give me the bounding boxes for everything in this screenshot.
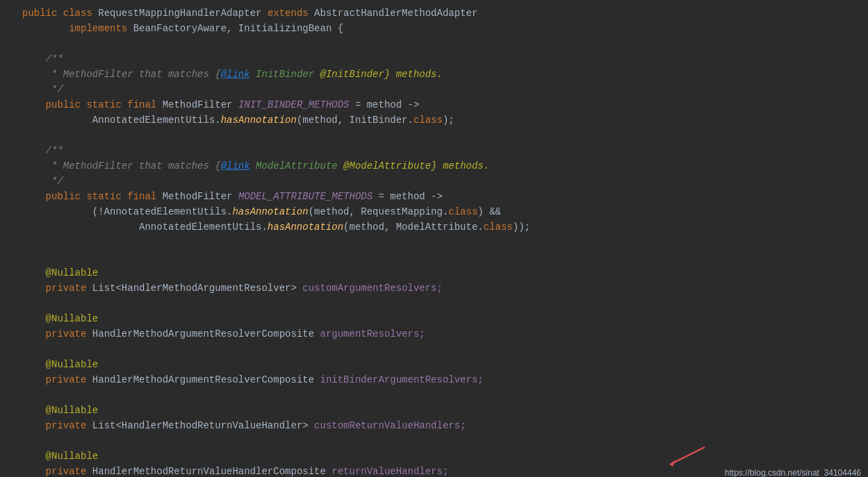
code-token: /**: [22, 53, 63, 65]
code-token: RequestMappingHandlerAdapter: [98, 8, 268, 19]
code-token: initBinderArgumentResolvers;: [320, 374, 483, 385]
svg-line-0: [670, 447, 705, 465]
line-content: AnnotatedElementUtils.hasAnnotation(meth…: [14, 221, 868, 233]
code-token: private: [46, 328, 92, 340]
line-content: * MethodFilter that matches {@link InitB…: [14, 69, 868, 80]
code-token: hasAnnotation: [268, 221, 343, 233]
line-content: public static final MethodFilter MODEL_A…: [14, 191, 868, 202]
line-content: (!AnnotatedElementUtils.hasAnnotation(me…: [14, 206, 868, 217]
code-line: [0, 389, 868, 404]
code-viewer: public class RequestMappingHandlerAdapte…: [0, 0, 868, 477]
line-content: AnnotatedElementUtils.hasAnnotation(meth…: [14, 115, 868, 126]
code-token: class: [413, 115, 443, 126]
code-token: ) &&: [477, 206, 501, 217]
watermark-text: https://blog.csdn.net/sinat_34104446: [725, 468, 861, 477]
code-token: BeanFactoryAware, InitializingBean {: [133, 23, 343, 34]
code-line: [0, 236, 868, 251]
code-token: final: [127, 99, 162, 110]
code-token: matches {: [163, 160, 221, 171]
code-token: implements: [69, 23, 133, 34]
code-token: [22, 374, 46, 385]
code-token: customArgumentResolvers;: [302, 283, 443, 294]
code-token: List<HandlerMethodReturnValueHandler>: [92, 420, 314, 431]
code-token: hasAnnotation: [221, 115, 297, 126]
code-line: * MethodFilter that matches {@link InitB…: [0, 68, 868, 83]
code-token: that: [139, 160, 163, 171]
line-content: private List<HandlerMethodArgumentResolv…: [14, 283, 868, 294]
code-token: HandlerMethodArgumentResolverComposite: [92, 328, 320, 340]
line-content: [14, 390, 868, 401]
code-line: private HandlerMethodArgumentResolverCom…: [0, 374, 868, 389]
code-token: [22, 115, 92, 126]
line-content: private HandlerMethodArgumentResolverCom…: [14, 374, 868, 385]
code-line: /**: [0, 144, 868, 160]
code-token: [22, 191, 46, 202]
code-line: private List<HandlerMethodArgumentResolv…: [0, 282, 868, 297]
code-token: @InitBinder} methods.: [314, 69, 443, 80]
code-token: InitBinder: [250, 69, 314, 80]
code-line: * MethodFilter that matches {@link Model…: [0, 160, 868, 175]
code-line: private HandlerMethodArgumentResolverCom…: [0, 328, 868, 343]
code-token: [22, 420, 46, 431]
line-content: private HandlerMethodArgumentResolverCom…: [14, 328, 868, 340]
code-line: @Nullable: [0, 358, 868, 374]
arrow-annotation: [663, 440, 719, 468]
code-line: AnnotatedElementUtils.hasAnnotation(meth…: [0, 221, 868, 236]
code-token: static: [86, 191, 127, 202]
line-content: * MethodFilter that matches {@link Model…: [14, 160, 868, 171]
code-token: AnnotatedElementUtils.: [22, 221, 268, 233]
code-token: INIT_BINDER_METHODS: [238, 99, 350, 110]
code-token: [22, 466, 46, 477]
code-token: extends: [268, 8, 314, 19]
code-token: HandlerMethodReturnValueHandlerComposite: [92, 466, 331, 477]
line-content: */: [14, 84, 868, 95]
code-token: private: [46, 283, 92, 294]
line-content: @Nullable: [14, 359, 868, 370]
code-line: [0, 251, 868, 267]
code-token: @link: [221, 160, 250, 171]
code-token: (method, ModelAttribute.: [343, 221, 484, 233]
line-content: */: [14, 176, 868, 187]
code-token: (method, InitBinder.: [297, 115, 413, 126]
code-token: AnnotatedElementUtils.: [92, 115, 221, 126]
code-token: ModelAttribute: [250, 160, 338, 171]
line-content: [14, 435, 868, 446]
line-content: @Nullable: [14, 405, 868, 416]
line-content: [14, 38, 868, 49]
code-token: matches {: [163, 69, 221, 80]
code-line: public static final MethodFilter MODEL_A…: [0, 190, 868, 206]
code-token: private: [46, 374, 92, 385]
code-line: AnnotatedElementUtils.hasAnnotation(meth…: [0, 114, 868, 129]
code-token: */: [22, 176, 63, 187]
code-token: customReturnValueHandlers;: [314, 420, 466, 431]
code-token: );: [443, 115, 455, 126]
code-token: MethodFilter: [163, 191, 238, 202]
svg-marker-1: [670, 460, 675, 467]
code-token: [22, 23, 69, 34]
code-token: @Nullable: [22, 267, 98, 278]
code-token: final: [127, 191, 162, 202]
line-content: @Nullable: [14, 313, 868, 324]
code-token: public: [46, 99, 87, 110]
code-token: HandlerMethodArgumentResolverComposite: [92, 374, 320, 385]
code-token: private: [46, 420, 92, 431]
code-line: implements BeanFactoryAware, Initializin…: [0, 22, 868, 37]
code-token: hasAnnotation: [232, 206, 308, 217]
line-content: @Nullable: [14, 267, 868, 278]
line-content: [14, 298, 868, 309]
code-line: /**: [0, 53, 868, 68]
code-token: = method ->: [372, 191, 443, 202]
code-line: [0, 129, 868, 144]
code-line: [0, 297, 868, 312]
code-token: MethodFilter: [163, 99, 238, 110]
code-line: (!AnnotatedElementUtils.hasAnnotation(me…: [0, 206, 868, 221]
code-token: [22, 99, 46, 110]
code-token: /**: [22, 145, 63, 156]
line-content: [14, 237, 868, 248]
line-content: [14, 130, 868, 141]
line-content: private List<HandlerMethodReturnValueHan…: [14, 420, 868, 431]
code-token: that: [139, 69, 163, 80]
code-line: @Nullable: [0, 450, 868, 465]
code-line: @Nullable: [0, 267, 868, 282]
code-token: = method ->: [350, 99, 420, 110]
